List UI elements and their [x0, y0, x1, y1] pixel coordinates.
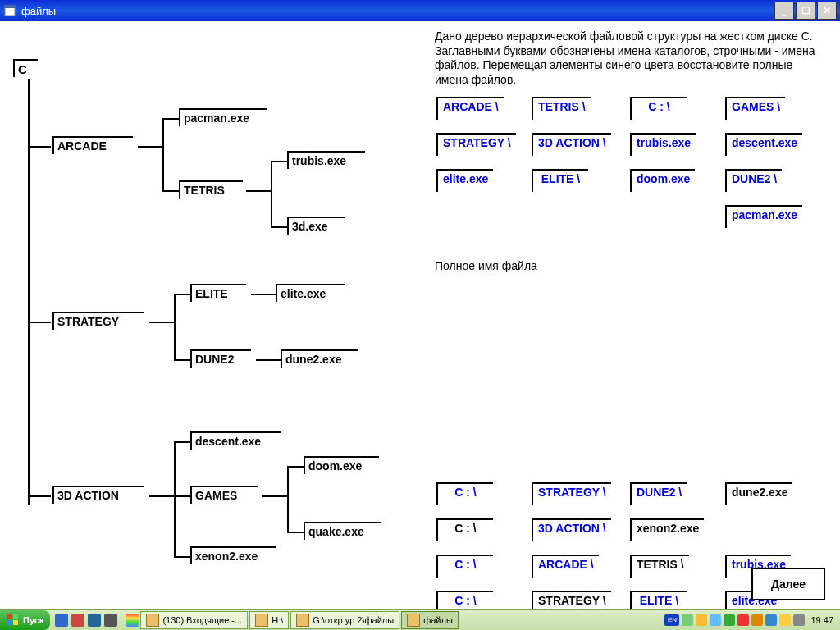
tree-node-arcade: ARCADE	[57, 139, 107, 153]
svg-rect-5	[13, 620, 18, 625]
taskbar-clock: 19:47	[807, 615, 837, 625]
path-token[interactable]: descent.exe	[725, 133, 802, 156]
taskbar-item-label: (130) Входящие -...	[162, 615, 242, 625]
tray-icon[interactable]	[710, 614, 721, 626]
taskbar: Пуск (130) Входящие -...H:\G:\откр ур 2\…	[0, 609, 840, 630]
start-label: Пуск	[23, 615, 43, 625]
window-titlebar: файлы _ ☐ ✕	[0, 0, 840, 21]
path-token[interactable]: ARCADE \	[436, 97, 504, 120]
svg-rect-2	[7, 614, 12, 619]
task-description: Дано дерево иерархической файловой струк…	[435, 30, 829, 87]
quicklaunch-icon[interactable]	[126, 614, 139, 627]
path-token[interactable]: pacman.exe	[725, 205, 802, 228]
taskbar-item-label: файлы	[423, 615, 453, 625]
path-token[interactable]: C : \	[630, 97, 687, 120]
path-token[interactable]: STRATEGY \	[436, 133, 516, 156]
system-tray: EN 19:47	[661, 614, 840, 626]
path-token[interactable]: trubis.exe	[630, 133, 696, 156]
tree-node-elite: ELITE	[195, 287, 228, 300]
path-token[interactable]: ARCADE \	[532, 555, 599, 578]
tree-node-elite_exe: elite.exe	[281, 287, 326, 300]
maximize-button[interactable]: ☐	[796, 2, 815, 20]
app-icon	[3, 4, 16, 17]
tree-node-pacman: pacman.exe	[184, 112, 249, 125]
start-button[interactable]: Пуск	[0, 610, 50, 630]
taskbar-item-label: H:\	[272, 615, 283, 625]
path-token[interactable]: ELITE \	[532, 169, 588, 192]
tree-node-root: C	[18, 62, 27, 76]
path-token[interactable]: 3D ACTION \	[532, 133, 611, 156]
folder-icon	[296, 614, 309, 627]
path-token: C : \	[436, 518, 493, 541]
tray-icon[interactable]	[751, 614, 763, 626]
window-title: файлы	[21, 5, 774, 17]
folder-icon	[146, 614, 159, 627]
tree-node-trubis: trubis.exe	[292, 154, 346, 167]
tree-node-tetris: TETRIS	[184, 184, 225, 197]
close-button[interactable]: ✕	[817, 2, 837, 20]
path-token[interactable]: GAMES \	[725, 97, 785, 120]
tree-node-doom: doom.exe	[308, 459, 362, 472]
path-token: TETRIS \	[630, 555, 689, 578]
minimize-button[interactable]: _	[774, 2, 794, 20]
svg-rect-4	[7, 620, 12, 625]
path-token[interactable]: C : \	[436, 555, 493, 578]
taskbar-item[interactable]: G:\откр ур 2\файлы	[290, 611, 399, 629]
path-token[interactable]: TETRIS \	[532, 97, 591, 120]
quicklaunch-icon[interactable]	[55, 614, 68, 627]
path-token[interactable]: 3D ACTION \	[532, 518, 611, 541]
quicklaunch-icon[interactable]	[71, 614, 84, 627]
tray-icon[interactable]	[682, 614, 693, 626]
folder-icon	[255, 614, 268, 627]
tray-icon[interactable]	[765, 614, 777, 626]
svg-rect-3	[13, 614, 18, 619]
tray-icon[interactable]	[696, 614, 707, 626]
taskbar-item[interactable]: (130) Входящие -...	[140, 611, 248, 629]
section-title: Полное имя файла	[435, 259, 537, 272]
tree-node-strategy: STRATEGY	[57, 315, 119, 328]
file-tree: CARCADEpacman.exeTETRIStrubis.exe3d.exeS…	[10, 46, 428, 587]
quicklaunch-icon[interactable]	[88, 614, 101, 627]
path-token[interactable]: DUNE2 \	[725, 169, 782, 192]
tray-icon[interactable]	[779, 614, 791, 626]
path-token[interactable]: STRATEGY \	[532, 482, 611, 505]
tray-icon[interactable]	[793, 614, 805, 626]
next-button[interactable]: Далее	[751, 568, 825, 600]
taskbar-item-label: G:\откр ур 2\файлы	[313, 615, 394, 625]
tray-icon[interactable]	[724, 614, 735, 626]
tree-node-descent: descent.exe	[195, 435, 261, 448]
path-token[interactable]: C : \	[436, 482, 493, 505]
tray-icon[interactable]	[737, 614, 749, 626]
tree-node-action3d: 3D ACTION	[57, 489, 119, 502]
path-token: dune2.exe	[725, 482, 792, 505]
folder-icon	[407, 614, 420, 627]
path-token: xenon2.exe	[630, 518, 704, 541]
path-token[interactable]: doom.exe	[630, 169, 695, 192]
tree-node-games: GAMES	[195, 489, 237, 502]
path-token[interactable]: elite.exe	[436, 169, 493, 192]
taskbar-item[interactable]: H:\	[249, 611, 289, 629]
tree-node-threed: 3d.exe	[292, 220, 328, 233]
tree-node-xenon2: xenon2.exe	[195, 550, 258, 563]
taskbar-item[interactable]: файлы	[401, 611, 459, 629]
tree-node-dune2_exe: dune2.exe	[285, 353, 341, 366]
answer-rows: C : \STRATEGY \DUNE2 \dune2.exeC : \3D A…	[435, 482, 829, 630]
quicklaunch-icon[interactable]	[104, 614, 117, 627]
tree-node-dune2: DUNE2	[195, 353, 234, 366]
svg-rect-1	[5, 6, 15, 8]
lang-indicator[interactable]: EN	[664, 614, 679, 626]
tree-node-quake: quake.exe	[308, 525, 364, 538]
token-pool: ARCADE \TETRIS \C : \GAMES \STRATEGY \3D…	[435, 97, 829, 236]
path-token[interactable]: DUNE2 \	[630, 482, 687, 505]
